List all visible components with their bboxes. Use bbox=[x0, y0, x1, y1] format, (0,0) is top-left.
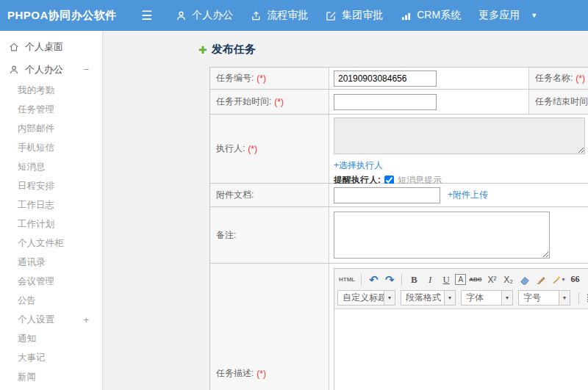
sidebar-item-label: 个人办公 bbox=[25, 63, 63, 76]
attachment-input[interactable] bbox=[334, 187, 440, 203]
user-icon bbox=[176, 10, 187, 21]
edit-icon bbox=[326, 10, 337, 21]
sidebar-item-personal-settings[interactable]: 个人设置 + bbox=[0, 310, 102, 329]
field-label: 任务描述: bbox=[216, 367, 254, 380]
sidebar-item-meeting-management[interactable]: 会议管理 bbox=[0, 272, 102, 291]
home-icon bbox=[9, 42, 19, 52]
editor-toolbar: HTML ↶ ↷ B I U A ABC X² bbox=[334, 269, 588, 309]
font-family-select[interactable]: 字体 ▾ bbox=[461, 290, 513, 306]
char-border-button[interactable]: A bbox=[455, 274, 466, 285]
sidebar-item-task-management[interactable]: 任务管理 bbox=[0, 100, 102, 119]
custom-heading-select[interactable]: 自定义标题 ▾ bbox=[337, 290, 395, 306]
field-label: 任务名称: bbox=[535, 72, 573, 84]
caret-down-icon: ▾ bbox=[559, 291, 570, 305]
remark-label: 备注: bbox=[210, 207, 329, 263]
nav-personal-office[interactable]: 个人办公 bbox=[176, 9, 233, 22]
app-logo: PHPOA协同办公软件 bbox=[0, 9, 132, 23]
subscript-button[interactable]: X₂ bbox=[501, 272, 516, 287]
format-brush-icon bbox=[536, 275, 546, 285]
task-number-input[interactable] bbox=[334, 71, 437, 87]
field-label: 任务开始时间: bbox=[216, 95, 271, 108]
caret-down-icon: ▾ bbox=[384, 291, 395, 305]
start-time-input[interactable] bbox=[334, 94, 437, 110]
sidebar-item-internal-mail[interactable]: 内部邮件 bbox=[0, 119, 102, 138]
superscript-button[interactable]: X² bbox=[485, 272, 500, 287]
underline-button[interactable]: U bbox=[439, 272, 453, 287]
field-label: 任务编号: bbox=[216, 72, 254, 84]
sidebar-item-announcement[interactable]: 公告 bbox=[0, 291, 102, 310]
font-size-select[interactable]: 字号 ▾ bbox=[518, 290, 570, 306]
attachment-label: 附件文档: bbox=[210, 184, 329, 206]
sidebar-item-label: 通知 bbox=[18, 333, 36, 345]
required-marker: (*) bbox=[248, 144, 257, 154]
executor-label: 执行人: (*) bbox=[210, 115, 329, 183]
remark-textarea[interactable] bbox=[334, 212, 550, 259]
remark-row: 备注: bbox=[210, 207, 588, 264]
sidebar-item-label: 个人设置 bbox=[18, 314, 54, 326]
remove-format-button[interactable] bbox=[517, 272, 532, 287]
attachment-upload-link[interactable]: +附件上传 bbox=[448, 189, 488, 201]
description-cell: HTML ↶ ↷ B I U A ABC X² bbox=[329, 264, 588, 390]
nav-label: 个人办公 bbox=[192, 9, 233, 22]
start-time-cell bbox=[329, 90, 529, 114]
rich-text-editor: HTML ↶ ↷ B I U A ABC X² bbox=[334, 268, 588, 390]
task-number-cell bbox=[329, 68, 529, 89]
sidebar-item-news[interactable]: 新闻 bbox=[0, 367, 102, 386]
undo-button[interactable]: ↶ bbox=[366, 272, 381, 287]
redo-button[interactable]: ↷ bbox=[382, 272, 397, 287]
nav-label: 流程审批 bbox=[267, 9, 308, 22]
bar-chart-icon bbox=[401, 10, 412, 21]
sidebar-item-short-message[interactable]: 短消息 bbox=[0, 157, 102, 176]
html-source-button[interactable]: HTML bbox=[337, 272, 356, 287]
sidebar-item-label: 内部邮件 bbox=[18, 123, 54, 135]
field-label: 任务结束时间: bbox=[535, 95, 588, 108]
hamburger-menu-icon[interactable]: ☰ bbox=[141, 10, 152, 22]
sidebar-item-work-plan[interactable]: 工作计划 bbox=[0, 214, 102, 234]
paste-button[interactable]: T bbox=[584, 272, 588, 287]
nav-label: CRM系统 bbox=[417, 9, 461, 22]
sidebar-item-notice[interactable]: 通知 bbox=[0, 329, 102, 348]
sidebar: 个人桌面 个人办公 − 我的考勤 任务管理 内部邮件 手机短信 短消息 日程安排… bbox=[0, 31, 103, 390]
remark-cell bbox=[329, 207, 588, 263]
publish-task-form: 任务编号: (*) 任务名称: (*) 任务开始时间: (*) bbox=[209, 67, 588, 390]
required-marker: (*) bbox=[257, 73, 266, 84]
sidebar-item-personal-desktop[interactable]: 个人桌面 bbox=[0, 35, 102, 58]
align-left-button[interactable] bbox=[584, 291, 588, 306]
field-label: 附件文档: bbox=[216, 189, 254, 201]
editor-content-area[interactable] bbox=[334, 309, 588, 390]
sidebar-item-personal-files[interactable]: 个人文件柜 bbox=[0, 234, 102, 253]
quick-format-button[interactable]: ▾ bbox=[550, 272, 567, 287]
executor-textarea[interactable] bbox=[334, 118, 585, 154]
select-executor-link[interactable]: +选择执行人 bbox=[334, 160, 383, 170]
nav-more-apps[interactable]: 更多应用 ▼ bbox=[478, 9, 537, 22]
nav-workflow-approval[interactable]: 流程审批 bbox=[251, 9, 308, 22]
paragraph-format-select[interactable]: 段落格式 ▾ bbox=[401, 290, 456, 306]
toolbar-separator bbox=[361, 274, 362, 286]
align-left-icon bbox=[586, 292, 588, 303]
strikethrough-button[interactable]: ABC bbox=[467, 272, 483, 287]
sidebar-item-sms[interactable]: 手机短信 bbox=[0, 138, 102, 157]
sidebar-item-label: 个人桌面 bbox=[25, 40, 63, 54]
start-time-row: 任务开始时间: (*) 任务结束时间: (*) bbox=[210, 90, 588, 115]
select-label: 段落格式 bbox=[401, 291, 444, 305]
sidebar-item-work-log[interactable]: 工作日志 bbox=[0, 195, 102, 214]
sidebar-item-contacts[interactable]: 通讯录 bbox=[0, 253, 102, 272]
blockquote-button[interactable]: 66 bbox=[568, 272, 583, 287]
required-marker: (*) bbox=[576, 73, 585, 84]
sidebar-item-memorabilia[interactable]: 大事记 bbox=[0, 348, 102, 367]
format-brush-button[interactable] bbox=[534, 272, 548, 287]
sidebar-item-label: 个人文件柜 bbox=[18, 237, 64, 250]
sidebar-item-my-attendance[interactable]: 我的考勤 bbox=[0, 81, 102, 100]
sidebar-item-schedule[interactable]: 日程安排 bbox=[0, 176, 102, 195]
italic-button[interactable]: I bbox=[423, 272, 437, 287]
bold-button[interactable]: B bbox=[406, 272, 421, 287]
field-label: 执行人: bbox=[216, 142, 245, 155]
required-marker: (*) bbox=[274, 97, 284, 107]
add-icon: ✚ bbox=[198, 45, 207, 55]
nav-crm-system[interactable]: CRM系统 bbox=[401, 9, 461, 22]
nav-group-approval[interactable]: 集团审批 bbox=[326, 9, 383, 22]
select-label: 字体 bbox=[462, 291, 501, 305]
sidebar-item-personal-office[interactable]: 个人办公 − bbox=[0, 58, 102, 81]
sidebar-item-label: 我的考勤 bbox=[18, 84, 54, 97]
main-content: ✚ 发布任务 任务编号: (*) 任务名称: (*) bbox=[103, 31, 588, 390]
